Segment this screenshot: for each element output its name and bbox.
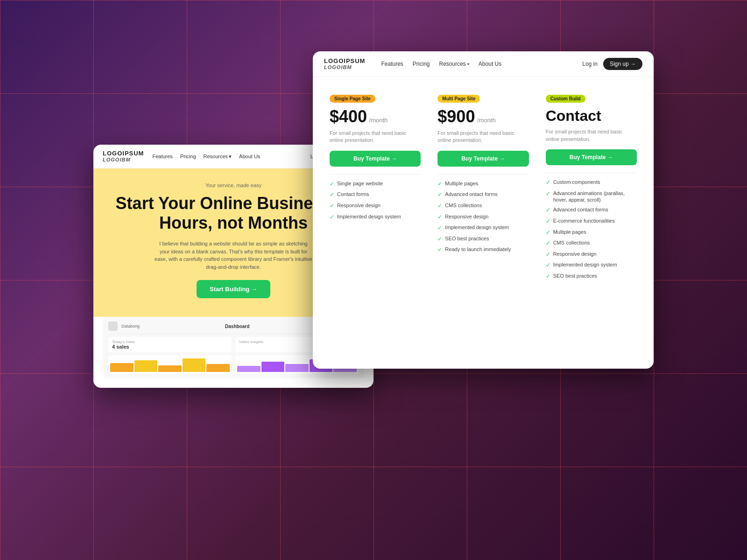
metric-sales-value: 4 sales <box>112 344 228 350</box>
feature-item: ✓Advanced ontact forms <box>437 191 529 199</box>
plan-multi-badge: Multi Page Site <box>437 95 480 103</box>
buy-custom-button[interactable]: Buy Template → <box>546 149 637 165</box>
chart-bar-1 <box>108 355 232 374</box>
plan-custom-features: ✓Custom components ✓Advanced animations … <box>546 179 637 280</box>
plan-custom: Custom Build Contact For small projects … <box>538 86 644 287</box>
feature-item: ✓Responsive design <box>546 251 637 259</box>
feature-item: ✓Contact forms <box>330 191 421 199</box>
plan-custom-badge: Custom Build <box>546 95 585 103</box>
plan-custom-price: Contact <box>546 107 637 125</box>
buy-single-button[interactable]: Buy Template → <box>330 151 421 167</box>
plan-multi-features: ✓Multiple pages ✓Advanced ontact forms ✓… <box>437 180 529 254</box>
plan-divider <box>546 173 637 173</box>
feature-item: ✓Responsive design <box>437 213 529 221</box>
feature-item: ✓Implemented design system <box>437 224 529 232</box>
plan-custom-desc: For small projects that need basic onlin… <box>546 128 637 143</box>
plan-divider <box>437 174 529 175</box>
metric-sales: Today's Sales 4 sales <box>108 337 232 352</box>
signup-button[interactable]: Sign up → <box>603 58 642 70</box>
feature-item: ✓Multiple pages <box>437 180 529 188</box>
plan-single: Single Page Site $400 /month For small p… <box>322 86 428 287</box>
start-building-button[interactable]: Start Building → <box>197 280 270 298</box>
plan-multi-desc: For small projects that need basic onlin… <box>437 130 529 144</box>
hero-subtitle: I believe that building a website should… <box>154 240 313 271</box>
landing-logo: LOGOIPSUM LOGOIBM <box>103 150 144 162</box>
login-link[interactable]: Log in <box>582 61 598 67</box>
plan-multi-price: $900 /month <box>437 107 529 126</box>
feature-item: ✓Advanced animations (parallax, hover, a… <box>546 190 637 203</box>
pricing-columns: Single Page Site $400 /month For small p… <box>313 77 654 297</box>
feature-item: ✓CMS collections <box>437 202 529 210</box>
pricing-navbar: LOGOIPSUM LOGOIBM Features Pricing Resou… <box>313 51 654 77</box>
feature-item: ✓Single page website <box>330 180 421 188</box>
feature-item: ✓SEO best practices <box>546 273 637 280</box>
feature-item: ✓SEO best practices <box>437 235 529 243</box>
metric-sales-label: Today's Sales <box>112 340 228 344</box>
landing-nav-about[interactable]: About Us <box>239 154 260 159</box>
scene-container: LOGOIPSUM LOGOIBM Features Pricing Resou… <box>93 51 654 509</box>
plan-multi: Multi Page Site $900 /month For small pr… <box>430 86 536 287</box>
pricing-nav-links: Features Pricing Resources ▾ About Us <box>381 61 571 67</box>
feature-item: ✓Implemented design system <box>546 261 637 269</box>
dashboard-brand: Databong <box>121 324 140 329</box>
pricing-logo: LOGOIPSUM LOGOIBM <box>324 58 365 70</box>
nav-resources[interactable]: Resources ▾ <box>439 61 469 67</box>
landing-nav-resources[interactable]: Resources ▾ <box>204 154 232 160</box>
plan-single-desc: For small projects that need basic onlin… <box>330 130 421 144</box>
feature-item: ✓Multiple pages <box>546 229 637 237</box>
landing-nav-pricing[interactable]: Pricing <box>180 154 196 159</box>
feature-item: ✓Implemented design system <box>330 213 421 221</box>
feature-item: ✓Responsive design <box>330 202 421 210</box>
buy-multi-button[interactable]: Buy Template → <box>437 151 529 167</box>
landing-nav-links: Features Pricing Resources ▾ About Us <box>152 154 260 160</box>
feature-item: ✓Ready to launch immediately <box>437 246 529 254</box>
plan-single-features: ✓Single page website ✓Contact forms ✓Res… <box>330 180 421 221</box>
pricing-nav-actions: Log in Sign up → <box>582 58 642 70</box>
feature-item: ✓E-commerce functionalities <box>546 217 637 225</box>
plan-single-price: $400 /month <box>330 107 421 126</box>
feature-item: ✓Advanced contact forms <box>546 206 637 214</box>
landing-nav-features[interactable]: Features <box>152 154 172 159</box>
nav-pricing[interactable]: Pricing <box>413 61 430 67</box>
dashboard-logo <box>108 322 118 331</box>
nav-about[interactable]: About Us <box>479 61 501 67</box>
plan-single-badge: Single Page Site <box>330 95 375 103</box>
nav-features[interactable]: Features <box>381 61 403 67</box>
plan-divider <box>330 174 421 175</box>
dashboard-title: Dashboard <box>143 324 331 329</box>
pricing-card: LOGOIPSUM LOGOIBM Features Pricing Resou… <box>313 51 654 369</box>
feature-item: ✓CMS collections <box>546 239 637 247</box>
feature-item: ✓Custom components <box>546 179 637 187</box>
